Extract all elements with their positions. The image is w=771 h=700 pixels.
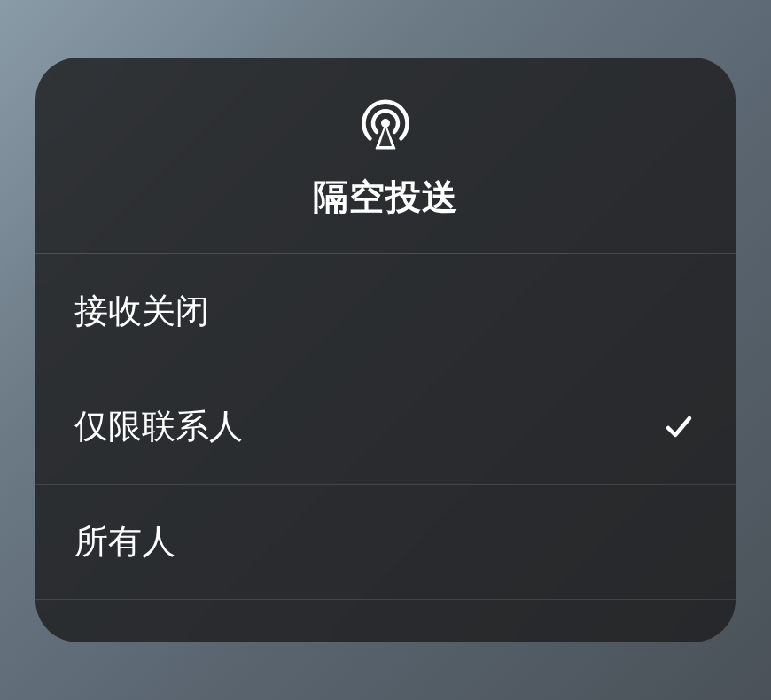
option-label: 所有人	[74, 519, 175, 564]
checkmark-icon	[661, 409, 697, 445]
airdrop-panel: 隔空投送 接收关闭 仅限联系人 所有人	[35, 58, 736, 642]
option-contacts-only[interactable]: 仅限联系人	[35, 369, 736, 485]
option-label: 仅限联系人	[74, 404, 243, 449]
option-label: 接收关闭	[74, 289, 209, 334]
panel-title: 隔空投送	[313, 173, 458, 222]
option-everyone[interactable]: 所有人	[35, 485, 736, 600]
options-list: 接收关闭 仅限联系人 所有人	[35, 254, 736, 642]
option-receiving-off[interactable]: 接收关闭	[35, 254, 736, 369]
airdrop-icon	[357, 95, 414, 152]
panel-header: 隔空投送	[35, 58, 736, 254]
